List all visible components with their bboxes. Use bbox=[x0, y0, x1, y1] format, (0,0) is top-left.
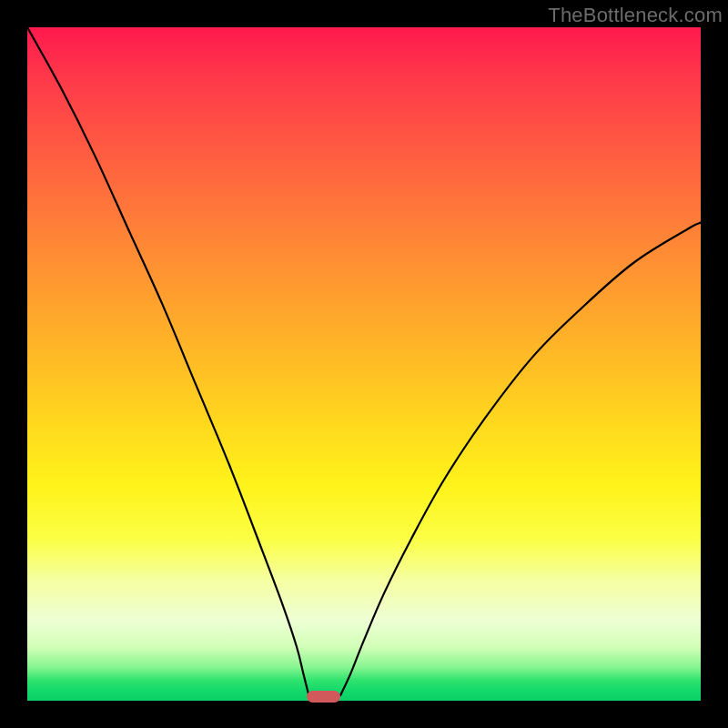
curve-left-branch bbox=[27, 27, 308, 695]
watermark-text: TheBottleneck.com bbox=[548, 4, 723, 27]
curves-svg bbox=[27, 27, 701, 701]
bottom-marker bbox=[307, 691, 340, 703]
outer-frame: TheBottleneck.com bbox=[0, 0, 728, 728]
curve-right-branch bbox=[340, 223, 701, 695]
plot-area bbox=[27, 27, 701, 701]
